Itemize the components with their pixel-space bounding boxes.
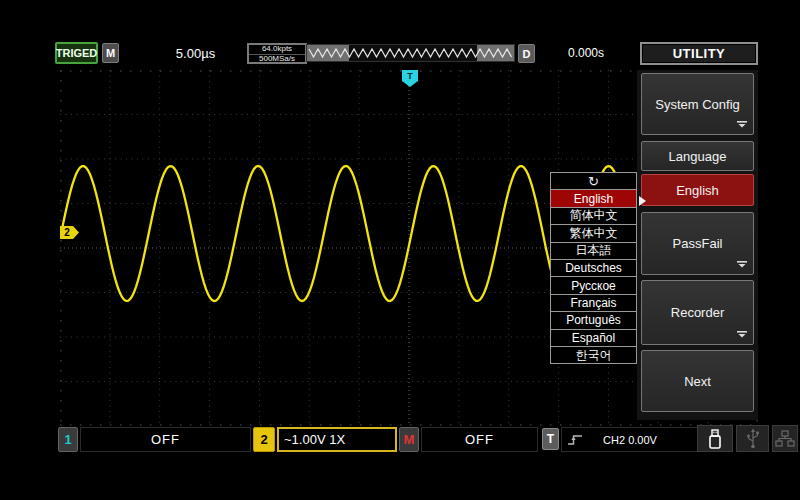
menu-item-system-config[interactable]: System Config: [641, 73, 754, 135]
usb-symbol-icon: [745, 428, 761, 450]
oscilloscope-screen: TRIGED M 5.00µs 64.0kpts 500MSa/s D 0.00…: [0, 0, 800, 500]
language-option-german[interactable]: Deutsches: [550, 259, 637, 277]
side-menu: System Config Language English PassFail …: [637, 70, 758, 420]
timebase-value[interactable]: 5.00µs: [146, 42, 245, 64]
language-option-english[interactable]: English: [550, 189, 637, 207]
rising-edge-icon: [567, 432, 583, 450]
menu-item-english-selected[interactable]: English: [641, 174, 754, 206]
trigger-marker-label: T: [407, 71, 413, 81]
usb-device-status: [736, 425, 769, 452]
selected-item-arrow-icon: [639, 196, 646, 206]
ch1-status-field[interactable]: OFF: [80, 427, 251, 452]
math-status-field[interactable]: OFF: [421, 427, 538, 452]
utility-menu-title[interactable]: UTILITY: [640, 42, 758, 65]
usb-drive-icon: [706, 427, 724, 451]
trigger-status-badge: TRIGED: [55, 42, 98, 64]
language-option-french[interactable]: Français: [550, 294, 637, 312]
language-option-portuguese[interactable]: Português: [550, 311, 637, 329]
menu-item-label: English: [676, 183, 719, 198]
waveform-position-indicator: [306, 44, 515, 62]
trigger-info-field[interactable]: CH2 0.00V: [561, 427, 699, 452]
language-option-traditional-chinese[interactable]: 繁体中文: [550, 224, 637, 242]
menu-item-label: Language: [669, 149, 727, 164]
menu-item-language[interactable]: Language: [641, 141, 754, 171]
menu-item-label: System Config: [655, 97, 740, 112]
lan-status: [772, 425, 798, 452]
menu-item-label: Next: [684, 374, 711, 389]
menu-item-label: Recorder: [671, 305, 724, 320]
language-option-korean[interactable]: 한국어: [550, 346, 637, 364]
lan-network-icon: [775, 430, 795, 447]
trigger-info-text: CH2 0.00V: [603, 434, 657, 446]
usb-drive-status: [697, 425, 733, 452]
language-option-simplified-chinese[interactable]: 简体中文: [550, 207, 637, 225]
language-option-spanish[interactable]: Español: [550, 329, 637, 347]
ch2-marker-label: 2: [64, 227, 70, 238]
menu-item-passfail[interactable]: PassFail: [641, 212, 754, 275]
horizontal-delay-value[interactable]: 0.000s: [537, 42, 635, 64]
menu-item-label: PassFail: [673, 236, 723, 251]
chevron-down-icon: [736, 116, 748, 131]
language-option-japanese[interactable]: 日本語: [550, 242, 637, 260]
menu-item-recorder[interactable]: Recorder: [641, 280, 754, 345]
sample-rate: 500MSa/s: [249, 55, 305, 64]
refresh-icon[interactable]: ↻: [550, 172, 637, 190]
math-button[interactable]: M: [399, 427, 419, 452]
trigger-button[interactable]: T: [542, 428, 559, 450]
horizontal-menu-button[interactable]: M: [102, 43, 119, 63]
delay-button[interactable]: D: [518, 44, 535, 63]
ch2-button[interactable]: 2: [253, 427, 275, 452]
zigzag-icon: [307, 45, 514, 61]
acquisition-info: 64.0kpts 500MSa/s: [247, 43, 307, 64]
menu-item-next[interactable]: Next: [641, 350, 754, 412]
chevron-down-icon: [736, 326, 748, 341]
language-popup: ↻ English 简体中文 繁体中文 日本語 Deutsches Русско…: [550, 173, 637, 364]
chevron-down-icon: [736, 256, 748, 271]
language-option-russian[interactable]: Русское: [550, 276, 637, 294]
ch1-button[interactable]: 1: [58, 427, 78, 452]
ch2-settings-field[interactable]: ~1.00V 1X: [277, 427, 397, 452]
